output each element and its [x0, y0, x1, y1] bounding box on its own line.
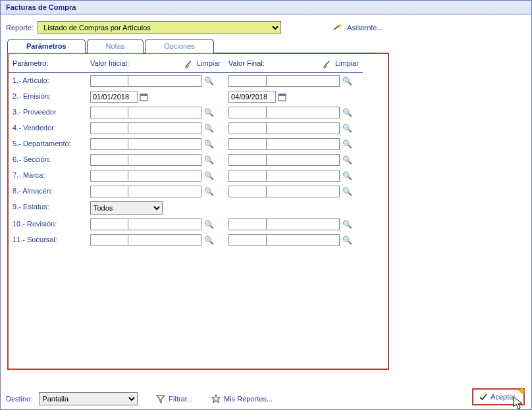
search-icon[interactable]: 🔍 [342, 155, 352, 165]
tab-notas[interactable]: Notas [87, 39, 144, 53]
code-input[interactable] [228, 107, 267, 118]
desc-input[interactable] [128, 107, 201, 118]
param-row: 🔍 [86, 105, 225, 120]
param-row: 🔍 [86, 120, 225, 136]
param-row: 🔍 [225, 217, 363, 232]
param-row: 🔍 [225, 184, 363, 199]
search-icon[interactable]: 🔍 [342, 236, 352, 245]
code-input[interactable] [228, 234, 267, 246]
desc-input[interactable] [266, 138, 340, 150]
scroll-area[interactable]: Parámetro:Valor Inicial:LimpiarValor Fin… [9, 54, 388, 369]
search-icon[interactable]: 🔍 [342, 171, 352, 180]
sparkle-icon: ✦ [516, 383, 527, 399]
code-input[interactable] [228, 170, 267, 182]
param-row: 🔍 [86, 136, 225, 152]
desc-input[interactable] [266, 122, 340, 134]
mis-reportes-label: Mis Reportes... [224, 395, 273, 403]
desc-input[interactable] [128, 138, 201, 150]
param-row: 🔍 [225, 73, 363, 89]
desc-input[interactable] [266, 186, 340, 197]
code-input[interactable] [90, 107, 128, 118]
search-icon[interactable]: 🔍 [204, 220, 214, 229]
search-icon[interactable]: 🔍 [342, 76, 352, 86]
param-row: 🔍 [86, 232, 225, 248]
desc-input[interactable] [128, 154, 201, 166]
assistant-label: Asistente... [347, 24, 383, 32]
code-input[interactable] [228, 122, 267, 134]
search-icon[interactable]: 🔍 [204, 76, 214, 86]
param-row: 🔍 [225, 232, 363, 248]
desc-input[interactable] [266, 75, 340, 87]
search-icon[interactable]: 🔍 [342, 108, 352, 117]
filtrar-link[interactable]: Filtrar... [156, 394, 193, 403]
parameters-panel: Parámetro:Valor Inicial:LimpiarValor Fin… [7, 53, 389, 370]
desc-input[interactable] [128, 75, 201, 87]
calendar-icon[interactable] [278, 93, 286, 101]
param-label: 5.- Departamento: [9, 136, 86, 152]
code-input[interactable] [228, 75, 267, 87]
mis-reportes-link[interactable]: Mis Reportes... [211, 394, 273, 403]
title-bar: Facturas de Compra [1, 1, 531, 14]
search-icon[interactable]: 🔍 [342, 124, 352, 133]
aceptar-button[interactable]: Aceptar ✦ [472, 388, 525, 405]
code-input[interactable] [90, 234, 128, 246]
desc-input[interactable] [266, 154, 340, 166]
date-input[interactable] [228, 91, 276, 103]
code-input[interactable] [228, 186, 267, 197]
desc-input[interactable] [128, 218, 201, 230]
param-row: 🔍 [225, 136, 363, 152]
wizard-icon [331, 22, 343, 34]
param-label: 4.- Vendedor: [9, 120, 86, 136]
search-icon[interactable]: 🔍 [204, 140, 214, 149]
tab-parametros[interactable]: Parámetros [7, 39, 86, 53]
param-label: 2.- Emisión: [9, 89, 86, 105]
search-icon[interactable]: 🔍 [204, 236, 214, 245]
tab-opciones[interactable]: Opciones [145, 39, 213, 53]
report-select[interactable]: Listado de Compras por Artículos [38, 21, 281, 34]
estatus-select[interactable]: Todos [90, 201, 163, 215]
search-icon[interactable]: 🔍 [204, 187, 214, 196]
desc-input[interactable] [128, 122, 201, 134]
desc-input[interactable] [266, 170, 340, 182]
search-icon[interactable]: 🔍 [204, 171, 214, 180]
destino-select[interactable]: Pantalla [39, 392, 138, 405]
broom-icon [322, 58, 332, 68]
code-input[interactable] [90, 122, 128, 134]
code-input[interactable] [90, 218, 128, 230]
param-label: 1.- Artículo: [9, 73, 86, 89]
param-row: Todos [86, 199, 225, 217]
code-input[interactable] [228, 154, 267, 166]
search-icon[interactable]: 🔍 [342, 220, 352, 229]
calendar-icon[interactable] [140, 93, 148, 101]
search-icon[interactable]: 🔍 [342, 140, 352, 149]
code-input[interactable] [90, 154, 128, 166]
code-input[interactable] [228, 218, 267, 230]
desc-input[interactable] [128, 186, 201, 197]
desc-input[interactable] [128, 234, 201, 246]
param-row: 🔍 [225, 168, 363, 184]
code-input[interactable] [90, 186, 128, 197]
assistant-link[interactable]: Asistente... [331, 22, 383, 34]
code-input[interactable] [90, 138, 128, 150]
search-icon[interactable]: 🔍 [204, 108, 214, 117]
limpiar-final-link[interactable]: Limpiar [322, 58, 359, 68]
param-row [86, 89, 225, 105]
search-icon[interactable]: 🔍 [342, 187, 352, 196]
param-row [225, 199, 363, 217]
search-icon[interactable]: 🔍 [204, 155, 214, 165]
code-input[interactable] [90, 170, 128, 182]
code-input[interactable] [90, 75, 128, 87]
desc-input[interactable] [128, 170, 201, 182]
code-input[interactable] [228, 138, 267, 150]
desc-input[interactable] [266, 218, 340, 230]
param-label: 3.- Proveedor [9, 105, 86, 120]
search-icon[interactable]: 🔍 [204, 124, 214, 133]
param-label: 8.- Almacén: [9, 184, 86, 199]
desc-input[interactable] [266, 107, 340, 118]
tabstrip: Parámetros Notas Opciones [7, 38, 376, 53]
limpiar-inicial-link[interactable]: Limpiar [184, 58, 221, 68]
report-bar: Reporte: Listado de Compras por Artículo… [1, 14, 531, 38]
date-input[interactable] [90, 91, 138, 103]
window-frame: Facturas de Compra Reporte: Listado de C… [0, 0, 532, 410]
desc-input[interactable] [266, 234, 340, 246]
